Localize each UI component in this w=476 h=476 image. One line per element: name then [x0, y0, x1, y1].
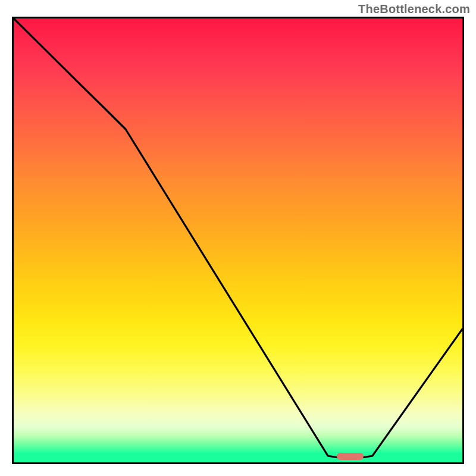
gradient-background	[14, 18, 462, 462]
chart-container: TheBottleneck.com	[0, 0, 476, 476]
plot-frame	[12, 17, 464, 464]
watermark-label: TheBottleneck.com	[358, 2, 470, 16]
